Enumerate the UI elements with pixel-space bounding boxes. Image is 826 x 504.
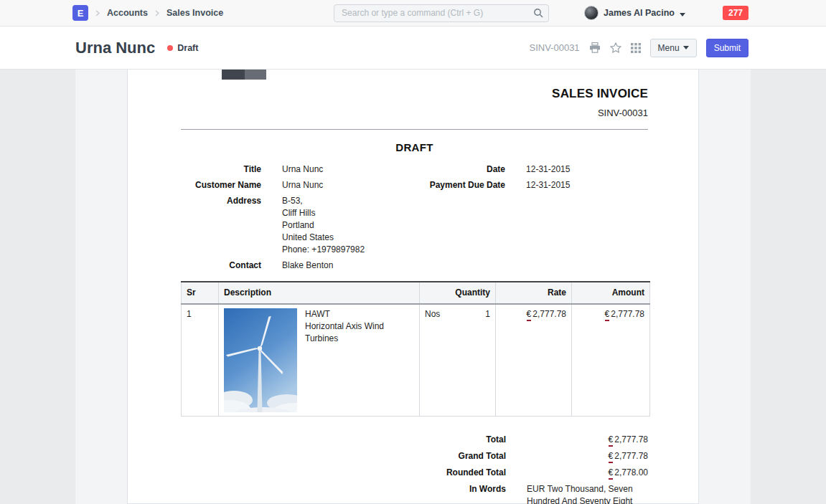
field-row: Customer Name Urna Nunc [181,179,403,191]
field-value: 12-31-2015 [526,179,570,191]
currency-symbol: € [609,468,614,480]
breadcrumb: E Accounts Sales Invoice [72,5,223,21]
total-value: €2,777.78 [506,450,648,463]
item-sr: 1 [182,304,219,417]
user-name: James Al Pacino [604,8,675,18]
print-format-sheet: SALES INVOICE SINV-00031 DRAFT Title Urn… [127,70,699,504]
item-amount: €2,777.78 [572,304,650,417]
column-header-description: Description [219,282,420,304]
field-value: B-53, Cliff Hills Portland United States… [282,195,365,256]
field-label: Date [403,163,505,176]
item-uom: Nos [425,308,440,320]
search-icon[interactable] [533,8,543,21]
item-name: HAWT [305,308,414,320]
print-icon[interactable] [589,42,601,53]
status-dot-icon [167,45,173,51]
column-header-sr: Sr [182,282,219,304]
global-search [334,4,549,22]
chevron-right-icon [155,10,159,16]
app-window: E Accounts Sales Invoice James Al Pacino [0,0,826,504]
field-value: Urna Nunc [282,163,323,176]
total-value: €2,777.78 [506,434,648,447]
draft-watermark: DRAFT [181,140,648,155]
total-label: Total [181,434,506,447]
notifications-badge[interactable]: 277 [723,6,748,20]
total-value: €2,778.00 [506,467,648,480]
field-row: Address B-53, Cliff Hills Portland Unite… [181,195,403,256]
field-label: Payment Due Date [403,179,505,191]
total-label: In Words [181,483,506,504]
item-rate: €2,777.78 [496,304,572,417]
invoice-heading: SALES INVOICE [181,85,648,103]
total-label: Rounded Total [181,467,506,480]
column-header-rate: Rate [496,282,572,304]
chevron-down-icon [680,6,685,19]
menu-button[interactable]: Menu [650,39,697,57]
totals-section: Total €2,777.78 Grand Total €2,777.78 Ro… [181,434,648,504]
app-logo-letter: E [78,8,84,19]
user-menu[interactable]: James Al Pacino [584,6,685,20]
field-value: 12-31-2015 [526,163,570,176]
items-table-header-row: Sr Description Quantity Rate Amount [182,282,650,304]
grid-menu-icon[interactable] [631,43,641,53]
details-right-column: Date 12-31-2015 Payment Due Date 12-31-2… [403,163,648,275]
field-row: Payment Due Date 12-31-2015 [403,179,648,191]
currency-symbol: € [609,435,614,447]
status-label: Draft [177,43,198,53]
field-row: Contact Blake Benton [181,260,403,272]
field-label: Contact [181,260,261,272]
chevron-down-icon [683,46,689,49]
divider [181,129,648,130]
invoice-details: Title Urna Nunc Customer Name Urna Nunc … [181,163,648,275]
field-row: Title Urna Nunc [181,163,403,176]
item-description: Horizontal Axis Wind Turbines [305,320,414,345]
document-id: SINV-00031 [530,42,580,53]
field-value: Urna Nunc [282,179,323,191]
field-label: Title [181,163,261,176]
item-row: 1 [182,304,650,417]
total-label: Grand Total [181,450,506,463]
invoice-number: SINV-00031 [181,107,648,120]
wind-turbine-image [224,308,297,412]
in-words-value: EUR Two Thousand, Seven Hundred And Seve… [506,483,648,504]
field-label: Address [181,195,261,256]
column-header-quantity: Quantity [420,282,496,304]
star-icon[interactable] [610,42,621,53]
status-indicator: Draft [167,43,198,53]
letterhead-image [222,70,266,80]
page-head: Urna Nunc Draft SINV-00031 Menu Submit [0,27,826,70]
items-table: Sr Description Quantity Rate Amount 1 [181,281,650,417]
print-preview-area: SALES INVOICE SINV-00031 DRAFT Title Urn… [0,70,826,504]
avatar [584,6,599,20]
field-value: Blake Benton [282,260,333,272]
field-label: Customer Name [181,179,261,191]
menu-button-label: Menu [658,43,680,53]
currency-symbol: € [527,310,532,321]
rounded-total-row: Rounded Total €2,778.00 [181,467,648,480]
in-words-row: In Words EUR Two Thousand, Seven Hundred… [181,483,648,504]
page-title: Urna Nunc [75,39,155,57]
breadcrumb-sales-invoice[interactable]: Sales Invoice [166,8,223,18]
breadcrumb-accounts[interactable]: Accounts [107,8,148,18]
column-header-amount: Amount [572,282,650,304]
chevron-right-icon [95,10,100,16]
print-preview-wrapper: SALES INVOICE SINV-00031 DRAFT Title Urn… [75,70,751,504]
currency-symbol: € [605,310,610,321]
field-row: Date 12-31-2015 [403,163,648,176]
total-row: Total €2,777.78 [181,434,648,447]
search-input[interactable] [334,4,549,22]
navbar: E Accounts Sales Invoice James Al Pacino [0,0,826,27]
submit-button[interactable]: Submit [706,39,748,57]
currency-symbol: € [609,452,614,463]
app-logo[interactable]: E [72,5,88,21]
grand-total-row: Grand Total €2,777.78 [181,450,648,463]
details-left-column: Title Urna Nunc Customer Name Urna Nunc … [181,163,403,275]
item-qty: 1 [485,308,490,320]
